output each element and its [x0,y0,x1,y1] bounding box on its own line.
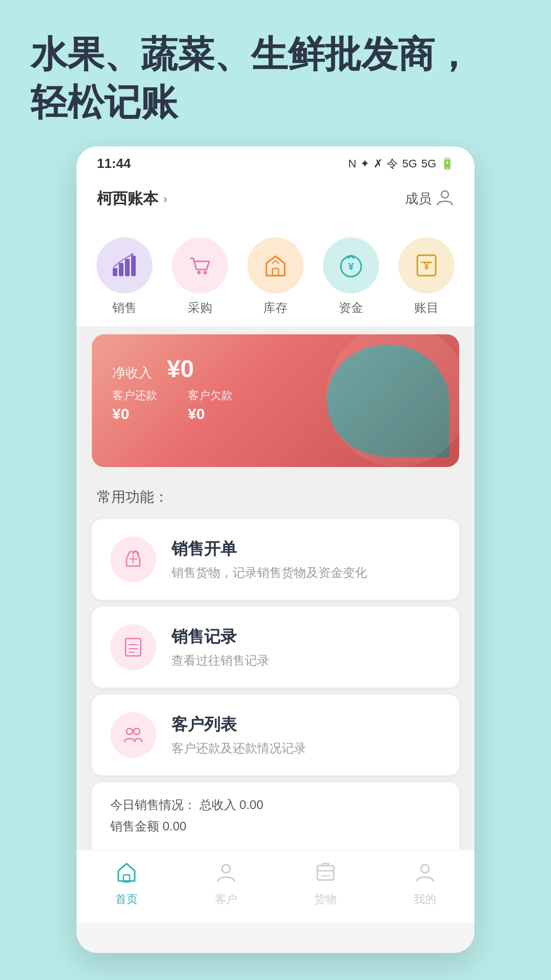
svg-point-24 [421,865,429,873]
main-content: 销售 采购 [77,222,474,850]
nav-mine[interactable]: 我的 [394,861,456,907]
svg-point-18 [127,728,133,734]
svg-rect-2 [119,263,123,276]
banner-stats-row: 客户还款 ¥0 客户欠款 ¥0 [112,388,439,423]
customer-repay-label: 客户还款 [112,388,157,403]
svg-point-21 [222,865,230,873]
sale-order-title: 销售开单 [171,538,367,560]
svg-point-6 [197,271,201,275]
top-title-line1: 水果、蔬菜、生鲜批发商， [31,34,471,75]
today-sales-card: 今日销售情况： 总收入 0.00 销售金额 0.00 [92,782,459,850]
inventory-label: 库存 [263,300,288,316]
svg-rect-14 [126,639,141,656]
nav-sales[interactable]: 销售 [96,237,153,316]
member-avatar-icon [436,188,454,210]
app-header: 柯西账本 › 成员 [77,178,474,222]
today-sales-row1: 今日销售情况： 总收入 0.00 [110,797,441,813]
svg-rect-8 [272,268,279,276]
5g-icon: 5G [402,157,417,170]
today-sales-row2: 销售金额 0.00 [110,818,441,835]
customer-debt-value: ¥0 [188,405,233,423]
battery-icon: 🔋 [440,157,454,170]
mine-nav-label: 我的 [414,892,436,907]
nav-home[interactable]: 首页 [96,861,157,907]
svg-point-19 [134,728,140,734]
customer-debt-label: 客户欠款 [188,388,233,403]
account-name[interactable]: 柯西账本 › [97,188,167,209]
nav-customer[interactable]: 客户 [195,861,257,907]
sale-order-text: 销售开单 销售货物，记录销售货物及资金变化 [171,538,367,581]
ledger-icon-circle: ¥ [398,237,455,293]
customer-repay-stat: 客户还款 ¥0 [112,388,157,423]
customer-nav-label: 客户 [215,892,237,907]
account-name-text: 柯西账本 [97,188,158,209]
nav-capital[interactable]: ¥ 资金 [323,237,379,316]
member-button[interactable]: 成员 [405,188,454,210]
feature-customer-list[interactable]: 客户列表 客户还款及还款情况记录 [92,695,459,775]
sale-record-icon [110,624,156,670]
inventory-icon-circle [247,237,304,293]
common-features-title: 常用功能： [77,477,474,512]
banner-net-income-label: 净收入 ¥0 [112,355,439,383]
svg-rect-3 [125,259,130,276]
status-icons: N ✦ ✗ 令 5G 5G 🔋 [348,156,454,172]
svg-point-5 [131,253,134,256]
customer-list-title: 客户列表 [171,714,306,736]
customer-list-icon [110,712,156,758]
svg-text:¥: ¥ [424,261,429,272]
feature-sale-order[interactable]: 销售开单 销售货物，记录销售货物及资金变化 [92,519,459,600]
status-bar: 11:44 N ✦ ✗ 令 5G 5G 🔋 [77,146,474,178]
sale-order-icon [110,536,156,582]
wifi-icon: 令 [387,156,398,172]
account-chevron-icon: › [163,192,167,206]
capital-icon-circle: ¥ [323,237,379,293]
phone-mockup: 11:44 N ✦ ✗ 令 5G 5G 🔋 柯西账本 › 成员 [77,146,474,953]
nav-purchase[interactable]: 采购 [172,237,228,316]
home-nav-label: 首页 [115,892,138,907]
svg-rect-1 [113,268,117,276]
customer-nav-icon [215,861,237,888]
nfc-icon: N [348,157,356,170]
bottom-nav: 首页 客户 货物 [77,850,474,922]
goods-nav-icon [314,861,337,888]
sale-record-text: 销售记录 查看过往销售记录 [171,626,269,669]
top-title: 水果、蔬菜、生鲜批发商， 轻松记账 [31,31,520,126]
customer-repay-value: ¥0 [112,405,157,423]
svg-point-7 [204,271,207,275]
customer-list-text: 客户列表 客户还款及还款情况记录 [171,714,306,756]
nav-goods[interactable]: 货物 [295,861,356,907]
purchase-icon-circle [172,237,228,293]
sale-amount-stat: 销售金额 0.00 [110,818,186,835]
goods-nav-label: 货物 [314,892,337,907]
banner-net-income-value: ¥0 [167,355,194,382]
nav-ledger[interactable]: ¥ 账目 [398,237,455,316]
sales-label: 销售 [112,300,137,316]
banner-card: 净收入 ¥0 客户还款 ¥0 客户欠款 ¥0 [92,334,459,467]
ledger-label: 账目 [414,300,439,316]
sales-icon-circle [96,237,153,293]
svg-point-0 [441,191,448,198]
sale-record-desc: 查看过往销售记录 [171,652,269,669]
customer-list-desc: 客户还款及还款情况记录 [171,740,306,756]
customer-debt-stat: 客户欠款 ¥0 [188,388,233,423]
top-text-area: 水果、蔬菜、生鲜批发商， 轻松记账 [0,0,551,146]
bluetooth-icon: ✦ [360,157,369,170]
top-title-line2: 轻松记账 [31,82,178,122]
nav-inventory[interactable]: 库存 [247,237,304,316]
svg-text:¥: ¥ [348,261,354,272]
purchase-label: 采购 [188,300,212,316]
today-sales-label: 今日销售情况： 总收入 0.00 [110,797,263,813]
5g-alt-icon: 5G [421,157,436,170]
svg-rect-4 [131,256,136,276]
feature-sale-record[interactable]: 销售记录 查看过往销售记录 [92,607,459,688]
capital-label: 资金 [339,300,363,316]
banner-decoration [327,345,449,457]
sale-record-title: 销售记录 [171,626,269,648]
sale-order-desc: 销售货物，记录销售货物及资金变化 [171,565,367,581]
svg-rect-22 [317,866,334,880]
mine-nav-icon [414,861,436,888]
signal-x-icon: ✗ [373,157,383,170]
home-nav-icon [115,861,138,888]
icon-grid: 销售 采购 [77,222,474,326]
member-label: 成员 [405,190,432,208]
